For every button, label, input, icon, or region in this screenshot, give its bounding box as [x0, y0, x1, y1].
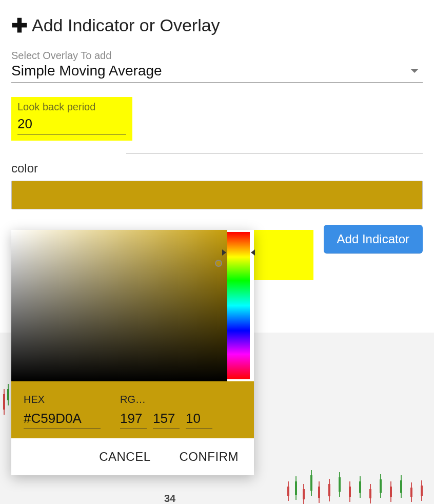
panel-heading: ✚ Add Indicator or Overlay: [11, 15, 423, 35]
hue-slider[interactable]: [227, 232, 250, 379]
confirm-button[interactable]: CONFIRM: [180, 450, 239, 464]
lookback-input[interactable]: [17, 116, 126, 134]
color-picker: HEX RG… CANCEL CONFIRM: [11, 230, 254, 475]
panel-title: Add Indicator or Overlay: [32, 15, 220, 35]
lookback-label: Look back period: [17, 101, 126, 113]
overlay-select-label: Select Overlay To add: [11, 50, 423, 62]
saturation-cursor[interactable]: [215, 260, 222, 267]
lookback-highlight: Look back period: [11, 97, 132, 141]
color-label: color: [11, 161, 423, 176]
rgb-label: RG…: [120, 394, 156, 405]
picker-actions: CANCEL CONFIRM: [11, 438, 254, 475]
add-indicator-button[interactable]: Add Indicator: [324, 225, 423, 254]
hex-input[interactable]: [24, 411, 101, 429]
color-values-row: HEX RG…: [11, 381, 254, 438]
rgb-r-input[interactable]: [120, 411, 147, 429]
indicator-panel: ✚ Add Indicator or Overlay Select Overla…: [0, 0, 434, 264]
chevron-down-icon: [410, 69, 419, 73]
color-swatch[interactable]: [11, 181, 423, 209]
plus-icon: ✚: [11, 16, 28, 35]
rgb-g-input[interactable]: [153, 411, 180, 429]
rgb-b-input[interactable]: [186, 411, 212, 429]
saturation-area[interactable]: [11, 230, 227, 381]
cancel-button[interactable]: CANCEL: [99, 450, 150, 464]
lookback-underline: [126, 153, 423, 153]
overlay-select[interactable]: Simple Moving Average: [11, 63, 423, 83]
overlay-select-value: Simple Moving Average: [11, 63, 162, 79]
hex-label: HEX: [24, 394, 60, 405]
